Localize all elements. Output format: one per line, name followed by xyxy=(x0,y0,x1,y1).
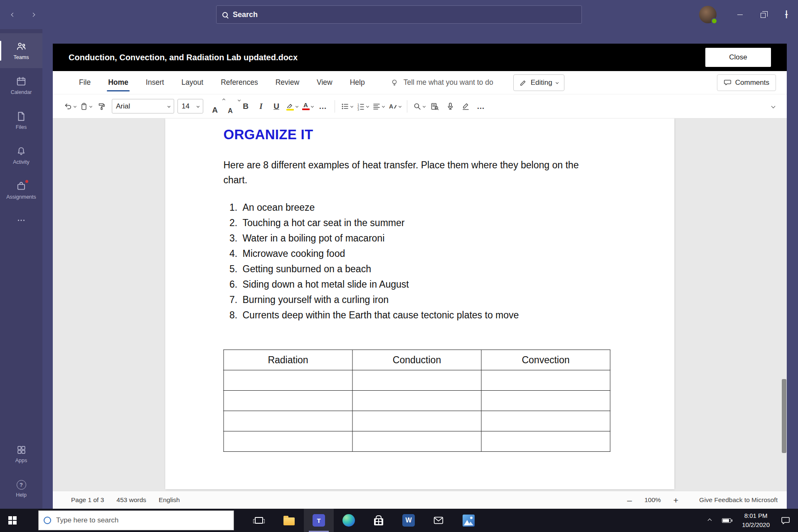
editor-button[interactable] xyxy=(458,98,473,115)
battery-icon[interactable] xyxy=(722,518,731,523)
shrink-font-button[interactable]: A xyxy=(223,98,237,115)
tab-file[interactable]: File xyxy=(70,71,99,94)
document-page[interactable]: ORGANIZE IT Here are 8 different example… xyxy=(165,118,675,489)
teams-search-input[interactable] xyxy=(233,10,576,19)
tab-home[interactable]: Home xyxy=(99,71,137,94)
file-explorer-button[interactable] xyxy=(274,509,304,532)
sidebar-item-teams[interactable]: Teams xyxy=(0,33,42,68)
bold-icon: B xyxy=(243,102,249,111)
zoom-out-button[interactable]: – xyxy=(627,496,632,505)
store-icon xyxy=(374,518,383,525)
start-button[interactable] xyxy=(0,509,25,532)
sidebar-item-calendar[interactable]: Calendar xyxy=(0,68,42,103)
word-taskbar-button[interactable]: W xyxy=(394,509,424,532)
sidebar-item-files[interactable]: Files xyxy=(0,103,42,138)
comment-icon xyxy=(724,79,732,86)
teams-titlebar: Ɨ xyxy=(0,0,798,29)
photos-button[interactable] xyxy=(453,509,483,532)
word-count[interactable]: 453 words xyxy=(116,496,146,504)
table-row xyxy=(224,370,610,391)
dictate-button[interactable] xyxy=(443,98,457,115)
list-item: Water in a boiling pot of macaroni xyxy=(240,231,641,246)
comments-button[interactable]: Comments xyxy=(717,74,776,91)
more-formatting-button[interactable]: … xyxy=(316,98,330,115)
table-header-row: Radiation Conduction Convection xyxy=(224,350,610,370)
page-count[interactable]: Page 1 of 3 xyxy=(71,496,104,504)
table-row xyxy=(224,411,610,431)
table-header-conduction: Conduction xyxy=(352,350,481,370)
more-tools-button[interactable]: … xyxy=(474,98,488,115)
underline-button[interactable]: U xyxy=(269,98,283,115)
highlight-button[interactable] xyxy=(285,98,299,115)
font-name-select[interactable]: Arial xyxy=(112,99,174,113)
italic-button[interactable]: I xyxy=(254,98,268,115)
teams-taskbar-button[interactable]: T xyxy=(304,509,334,532)
avatar[interactable] xyxy=(699,6,717,23)
chevron-down-icon xyxy=(74,105,76,108)
maximize-button[interactable] xyxy=(751,0,775,29)
table-cell[interactable] xyxy=(224,370,352,391)
chevron-down-icon xyxy=(197,105,200,108)
table-cell[interactable] xyxy=(481,411,610,431)
styles-button[interactable]: A xyxy=(387,98,402,115)
sidebar-item-help[interactable]: ? Help xyxy=(0,471,42,506)
tell-me-button[interactable]: Tell me what you want to do xyxy=(390,78,493,87)
language-indicator[interactable]: English xyxy=(159,496,180,504)
undo-button[interactable] xyxy=(63,98,77,115)
table-cell[interactable] xyxy=(352,391,481,411)
teams-search-box[interactable] xyxy=(216,5,582,24)
sidebar-item-activity[interactable]: Activity xyxy=(0,138,42,173)
zoom-in-button[interactable]: + xyxy=(673,496,678,505)
tab-layout[interactable]: Layout xyxy=(173,71,212,94)
font-color-button[interactable]: A xyxy=(300,98,315,115)
taskbar-search-input[interactable] xyxy=(56,516,229,525)
font-size-select[interactable]: 14 xyxy=(177,99,203,113)
sidebar-item-assignments[interactable]: Assignments xyxy=(0,173,42,208)
numbering-button[interactable]: 1 2 3 xyxy=(355,98,370,115)
format-painter-button[interactable] xyxy=(94,98,108,115)
minimize-button[interactable] xyxy=(728,0,751,29)
tab-insert[interactable]: Insert xyxy=(137,71,173,94)
table-cell[interactable] xyxy=(224,431,352,452)
forward-button[interactable] xyxy=(26,7,40,22)
tray-expand-chevron[interactable] xyxy=(708,518,712,522)
grow-font-button[interactable]: A xyxy=(208,98,222,115)
close-button[interactable]: Ɨ xyxy=(775,0,798,29)
taskbar-search-box[interactable] xyxy=(38,510,234,530)
table-cell[interactable] xyxy=(352,431,481,452)
table-cell[interactable] xyxy=(224,391,352,411)
table-cell[interactable] xyxy=(352,411,481,431)
paste-button[interactable] xyxy=(79,98,93,115)
table-cell[interactable] xyxy=(224,411,352,431)
collapse-ribbon-button[interactable] xyxy=(766,98,780,115)
word-app-icon: W xyxy=(402,514,415,527)
tab-help[interactable]: Help xyxy=(341,71,374,94)
doc-heading: ORGANIZE IT xyxy=(224,127,641,143)
notification-center-button[interactable] xyxy=(781,515,791,525)
tab-references[interactable]: References xyxy=(212,71,267,94)
find-button[interactable] xyxy=(412,98,426,115)
tab-review[interactable]: Review xyxy=(267,71,308,94)
sidebar-item-apps[interactable]: Apps xyxy=(0,436,42,471)
clock[interactable]: 8:01 PM 10/2/2020 xyxy=(742,511,770,530)
bullets-button[interactable] xyxy=(340,98,354,115)
feedback-link[interactable]: Give Feedback to Microsoft xyxy=(699,496,778,504)
tab-view[interactable]: View xyxy=(308,71,341,94)
alignment-button[interactable] xyxy=(371,98,386,115)
close-document-button[interactable]: Close xyxy=(705,48,771,67)
bold-button[interactable]: B xyxy=(239,98,253,115)
table-cell[interactable] xyxy=(481,370,610,391)
editing-dropdown[interactable]: Editing xyxy=(513,74,564,91)
mail-button[interactable] xyxy=(424,509,453,532)
edge-button[interactable] xyxy=(334,509,364,532)
table-cell[interactable] xyxy=(481,391,610,411)
immersive-reader-button[interactable] xyxy=(428,98,442,115)
back-button[interactable] xyxy=(6,7,20,22)
scrollbar-thumb[interactable] xyxy=(782,379,786,453)
store-button[interactable] xyxy=(364,509,394,532)
task-view-button[interactable] xyxy=(244,509,274,532)
table-cell[interactable] xyxy=(481,431,610,452)
sidebar-more-button[interactable] xyxy=(0,208,42,233)
table-cell[interactable] xyxy=(352,370,481,391)
presence-badge xyxy=(711,18,717,24)
